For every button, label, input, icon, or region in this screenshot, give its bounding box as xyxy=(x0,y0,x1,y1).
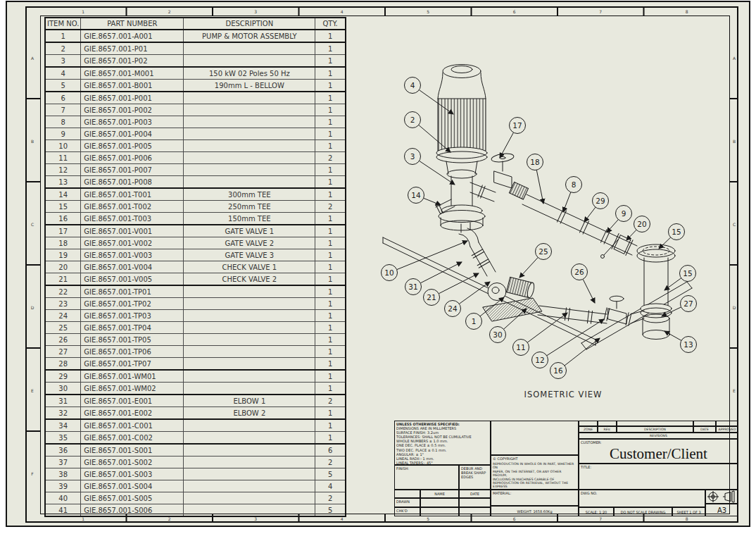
bom-cell: 19 xyxy=(45,249,81,261)
bom-cell: 1 xyxy=(315,104,346,116)
table-row: 28GIE.8657.001-TP071 xyxy=(45,358,346,371)
bom-cell xyxy=(184,334,315,346)
bom-cell: 22 xyxy=(45,285,81,298)
bom-cell: GIE.8657.001-TP04 xyxy=(81,322,184,334)
bom-cell: 1 xyxy=(315,225,346,237)
bom-cell: 10 xyxy=(45,140,81,152)
bom-cell: 6 xyxy=(45,92,81,104)
bom-cell: 39 xyxy=(45,480,81,492)
table-row: 7GIE.8657.001-P0021 xyxy=(45,104,346,116)
bom-cell: GIE.8657.001-T002 xyxy=(81,201,184,213)
table-row: 26GIE.8657.001-TP051 xyxy=(45,334,346,346)
bom-cell: GIE.8657.001-C001 xyxy=(81,419,184,432)
sheet-label: SHEET 1 OF 3 xyxy=(672,507,705,516)
bom-cell: PUMP & MOTOR ASSEMBLY xyxy=(184,30,315,42)
bom-cell: GIE.8657.001-TP06 xyxy=(81,346,184,358)
title-block: UNLESS OTHERWISE SPECIFIED:DIMENSIONS AR… xyxy=(394,421,738,516)
table-row: 15GIE.8657.001-T002250mm TEE2 xyxy=(45,201,346,213)
bom-cell: 38 xyxy=(45,468,81,480)
dwg-no-label: DWG NO. xyxy=(581,491,597,495)
customer-value: Customer/Client xyxy=(579,445,738,463)
bom-cell xyxy=(184,152,315,164)
bom-cell: 11 xyxy=(45,152,81,164)
copyright-line: REPRODUCTION IN WHOLE OR IN PART, WHETHE… xyxy=(493,462,577,470)
bom-cell: GIE.8657.001-S002 xyxy=(81,457,184,468)
bom-cell xyxy=(184,383,315,395)
bom-cell: 1 xyxy=(315,370,346,383)
bom-cell: GIE.8657.001-P01 xyxy=(81,42,184,55)
bom-cell: GIE.8657.001-P005 xyxy=(81,140,184,152)
table-row: 19GIE.8657.001-V003GATE VALVE 31 xyxy=(45,249,346,261)
table-row: 1GIE.8657.001-A001PUMP & MOTOR ASSEMBLY1 xyxy=(45,30,346,42)
rev-zone-header: ZONE xyxy=(579,426,598,433)
bom-cell: 15 xyxy=(45,201,81,213)
bom-cell xyxy=(184,285,315,298)
bom-cell: 29 xyxy=(45,370,81,383)
bom-cell xyxy=(184,42,315,55)
bom-cell: 1 xyxy=(315,67,346,80)
table-row: 4GIE.8657.001-M001150 kW 02 Poles 50 Hz1 xyxy=(45,67,346,80)
bom-cell xyxy=(184,346,315,358)
bom-cell xyxy=(184,140,315,152)
bom-cell: GIE.8657.001-V004 xyxy=(81,261,184,273)
bom-cell: 27 xyxy=(45,346,81,358)
table-row: 3GIE.8657.001-P021 xyxy=(45,55,346,68)
bom-cell: 300mm TEE xyxy=(184,188,315,201)
bom-cell: 1 xyxy=(315,249,346,261)
table-row: 39GIE.8657.001-S0044 xyxy=(45,480,346,492)
bom-cell: 25 xyxy=(45,322,81,334)
bom-header-row: ITEM NO. PART NUMBER DESCRIPTION QTY. xyxy=(45,18,346,30)
debur-note: DEBUR AND BREAK SHARP EDGES xyxy=(460,466,490,480)
bom-cell: 28 xyxy=(45,358,81,371)
table-row: 17GIE.8657.001-V001GATE VALVE 11 xyxy=(45,225,346,237)
table-row: 2GIE.8657.001-P011 xyxy=(45,42,346,55)
bom-cell: 9 xyxy=(45,128,81,140)
table-row: 34GIE.8657.001-C0011 xyxy=(45,419,346,432)
bom-cell: 36 xyxy=(45,444,81,457)
copyright-line: PAPER, ON THE INTERNET, OR ANY OTHER MED… xyxy=(493,470,577,478)
bom-cell: GIE.8657.001-P004 xyxy=(81,128,184,140)
bom-cell: GATE VALVE 2 xyxy=(184,237,315,249)
bom-cell: GIE.8657.001-P02 xyxy=(81,55,184,68)
bom-cell: 1 xyxy=(315,322,346,334)
bom-cell: GATE VALVE 3 xyxy=(184,249,315,261)
bom-cell: 16 xyxy=(45,213,81,225)
bom-cell xyxy=(184,457,315,468)
bom-cell: 1 xyxy=(315,188,346,201)
table-row: 40GIE.8657.001-S0052 xyxy=(45,492,346,504)
bom-cell: 5 xyxy=(45,80,81,92)
bom-cell xyxy=(184,322,315,334)
bom-cell: 6 xyxy=(315,444,346,457)
bom-cell xyxy=(184,358,315,371)
bom-cell: 1 xyxy=(315,383,346,395)
bom-cell: 26 xyxy=(45,334,81,346)
bom-cell: GIE.8657.001-B001 xyxy=(81,80,184,92)
bom-cell: 2 xyxy=(315,492,346,504)
tolerance-note: UNLESS OTHERWISE SPECIFIED:DIMENSIONS AR… xyxy=(395,421,490,465)
projection-symbol-icon xyxy=(706,490,738,503)
bom-cell: GIE.8657.001-A001 xyxy=(81,30,184,42)
bom-cell: 1 xyxy=(315,80,346,92)
bom-cell xyxy=(184,444,315,457)
bom-cell: 1 xyxy=(315,164,346,176)
bom-cell: GIE.8657.001-P003 xyxy=(81,116,184,128)
bom-cell: 23 xyxy=(45,298,81,310)
bom-cell: 13 xyxy=(45,176,81,189)
table-row: 6GIE.8657.001-P0011 xyxy=(45,92,346,104)
bom-cell: 12 xyxy=(45,164,81,176)
bom-cell: GIE.8657.001-P001 xyxy=(81,92,184,104)
bom-cell: 1 xyxy=(315,92,346,104)
bom-cell: 5 xyxy=(315,504,346,517)
table-row: 35GIE.8657.001-C0021 xyxy=(45,432,346,445)
bom-cell: 1 xyxy=(315,310,346,322)
bom-cell: 20 xyxy=(45,261,81,273)
bom-cell: 1 xyxy=(315,55,346,68)
bom-cell: 40 xyxy=(45,492,81,504)
bom-cell: GATE VALVE 1 xyxy=(184,225,315,237)
bom-cell: 150mm TEE xyxy=(184,213,315,225)
bom-cell: 18 xyxy=(45,237,81,249)
bom-cell: CHECK VALVE 2 xyxy=(184,273,315,286)
table-row: 25GIE.8657.001-TP041 xyxy=(45,322,346,334)
bom-cell: 1 xyxy=(315,237,346,249)
bom-cell: 14 xyxy=(45,188,81,201)
